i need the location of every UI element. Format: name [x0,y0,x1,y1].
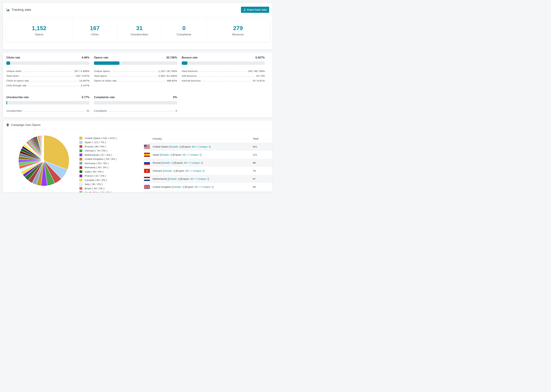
legend-swatch [79,174,83,177]
rate-detail-value: 18 / 0% [256,74,265,77]
export-all-link[interactable]: All > [183,153,188,156]
complaints-rate-value: 0% [173,96,177,99]
dotted-leader [111,71,157,72]
legend-item: Canada ( 40 / 2% ) [79,178,117,182]
rate-detail-row: Clicks to opens rate14.497% [6,77,89,82]
legend-swatch [79,141,83,144]
rate-detail-value: 31 [87,109,90,112]
legend-label: France ( 42 / 2% ) [85,175,106,177]
legend-label: Italy ( 36 / 2% ) [85,183,103,186]
unsubscribes-count: 31 [136,25,143,31]
rate-detail-value: 689.82% [167,79,177,82]
geo-opens-header: Campaign Geo Opens [3,120,273,130]
export-button-label: Export basic stats [247,8,267,11]
geo-table-row: Germany [Details >] [Export: All > / Uni… [143,191,273,192]
dotted-leader [202,81,251,81]
dotted-leader [28,86,80,86]
legend-label: United States ( 541 / 31% ) [85,137,117,140]
flag-gb-icon [144,185,150,189]
rate-detail-row: Opens to clicks rate689.82% [94,77,177,82]
rate-detail-label: Hard bounces [182,70,198,72]
rate-detail-row: Complaints0 [94,107,177,112]
clicks-rate-progress-fill [6,61,10,65]
rate-detail-label: Soft bounces [182,74,197,77]
legend-label: Germany ( 55 / 3% ) [85,162,109,165]
export-all-link[interactable]: All > [184,161,189,164]
legend-label: Vietnam ( 79 / 5% ) [85,149,107,152]
dotted-leader [108,76,157,77]
export-all-link[interactable]: All > [195,185,200,188]
geo-table-row: Spain [Details >] [Export: All > / Uniqu… [143,151,273,159]
details-link[interactable]: Details > [162,161,173,164]
unsubscribe-rate-value: 0.77% [82,96,89,99]
rate-detail-value: 14.497% [79,79,89,82]
rate-detail-row: Soft bounces18 / 0% [182,72,265,77]
dotted-leader [20,76,75,77]
complaints-rate-progress [94,101,177,105]
rate-detail-value: 1,152 / 30.736% [158,70,177,72]
opens-rate-title: Opens rate [94,56,108,59]
rate-detail-label: Clicks to opens rate [6,79,29,82]
details-link[interactable]: Details > [164,169,174,172]
bounces-label: Bounces [232,33,244,36]
country-cell: Russia [Details >] [Export: All > / Uniq… [153,161,253,164]
legend-swatch [79,136,83,140]
rate-block-complaints: Complaints rate 0% Complaints0 [94,96,177,112]
geo-table-row: Russia [Details >] [Export: All > / Uniq… [143,159,273,167]
bounce-rate-title: Bounce rate [182,56,198,59]
rate-detail-row: Total clicks220 / 5.87% [6,72,89,77]
export-all-link[interactable]: All > [192,145,197,148]
bounces-count: 279 [233,25,243,31]
export-unique-link[interactable]: Unique > [202,185,213,188]
geo-table-row: Netherlands [Details >] [Export: All > /… [143,175,273,183]
rate-detail-label: Opens to clicks rate [94,79,117,82]
details-link[interactable]: Details > [161,153,171,156]
export-unique-link[interactable]: Unique > [191,161,202,164]
legend-item: Romania ( 49 / 3% ) [79,166,117,169]
opens-rate-value: 30.736% [166,56,177,59]
export-unique-link[interactable]: Unique > [190,153,201,156]
dotted-leader [118,81,166,81]
total-cell: 541 [253,145,273,148]
export-all-link[interactable]: All > [185,169,191,172]
legend-item: Italy ( 36 / 2% ) [79,183,117,186]
total-cell: 121 [253,153,273,156]
details-link[interactable]: Details > [168,177,179,180]
rate-block-clicks: Clicks rate 4.46% Unique clicks167 / 4.4… [6,56,89,87]
country-cell: Netherlands [Details >] [Export: All > /… [153,177,253,181]
rate-detail-row: Unsubscribes31 [6,107,89,112]
legend-swatch [79,166,83,169]
stat-box-complaints: 0 Complaints [162,19,206,42]
flag-us-icon [144,145,150,149]
legend-swatch [79,158,83,161]
geo-pie-chart[interactable] [18,135,70,186]
rate-detail-row: Click through rate4.147% [6,82,89,87]
stat-box-unsubscribes: 31 Unsubscribes [117,19,162,42]
export-unique-link[interactable]: Unique > [193,169,204,172]
legend-label: Brazil ( 33 / 2% ) [85,187,104,190]
rate-detail-row: Unique clicks167 / 4.456% [6,68,89,72]
export-basic-stats-button[interactable]: Export basic stats [241,7,269,13]
clicks-rate-value: 4.46% [82,56,89,59]
bounce-rate-value: 6.927% [255,56,265,59]
geo-table-header: Country Total [143,130,273,143]
export-unique-link[interactable]: Unique > [199,145,210,148]
legend-item: Germany ( 55 / 3% ) [79,162,117,165]
legend-item: United States ( 541 / 31% ) [79,136,117,140]
details-link[interactable]: Details > [170,145,181,148]
legend-swatch [79,178,83,182]
geo-table: Country Total United States [Details >] … [143,130,273,192]
geo-table-row: Vietnam [Details >] [Export: All > / Uni… [143,167,273,175]
rate-detail-value: 0 [176,109,177,112]
legend-label: Spain ( 121 / 7% ) [85,141,106,144]
flag-ru-icon [144,161,150,165]
rate-detail-row: Internal bounces19 / 6.81% [182,77,265,82]
export-all-link[interactable]: All > [190,177,195,180]
map-pin-icon [6,123,9,127]
rate-block-bounce: Bounce rate 6.927% Hard bounces242 / 86.… [182,56,265,87]
legend-item: South Africa ( 29 / 2% ) [79,191,117,193]
country-cell: Spain [Details >] [Export: All > / Uniqu… [153,153,253,156]
export-unique-link[interactable]: Unique > [198,177,208,180]
legend-swatch [79,187,83,190]
details-link[interactable]: Details > [173,185,184,188]
